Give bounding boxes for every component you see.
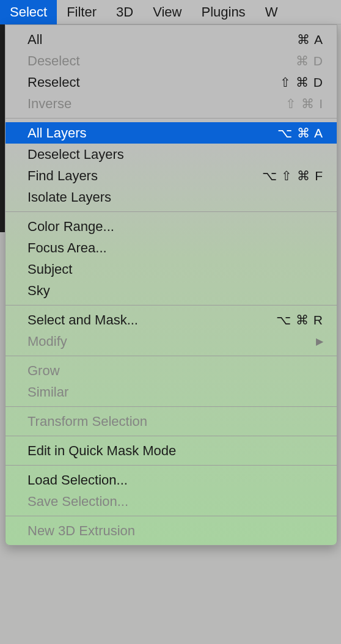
menu-separator <box>6 465 337 466</box>
menu-label: Color Range... <box>28 219 114 235</box>
menubar-item-filter[interactable]: Filter <box>57 0 106 24</box>
menubar: Select Filter 3D View Plugins W <box>0 0 341 24</box>
menubar-label: View <box>153 4 182 20</box>
menu-item-quick-mask[interactable]: Edit in Quick Mask Mode <box>6 440 337 461</box>
menubar-label: Plugins <box>201 4 245 20</box>
menubar-label: Filter <box>67 4 97 20</box>
menu-separator <box>6 406 337 407</box>
menu-item-select-and-mask[interactable]: Select and Mask... ⌥ ⌘ R <box>6 309 337 331</box>
menubar-label: 3D <box>116 4 133 20</box>
menu-shortcut: ⇧ ⌘ I <box>250 97 323 111</box>
menu-label: Deselect <box>28 53 80 69</box>
menubar-item-cut[interactable]: W <box>255 0 278 24</box>
menubar-label: W <box>265 4 278 20</box>
menu-item-subject[interactable]: Subject <box>6 258 337 280</box>
menu-label: Reselect <box>28 75 80 90</box>
menu-separator <box>6 305 337 306</box>
menu-item-load-selection[interactable]: Load Selection... <box>6 469 337 491</box>
menu-label: Save Selection... <box>28 494 128 510</box>
menu-label: Load Selection... <box>28 472 128 488</box>
menu-label: Modify <box>28 334 67 349</box>
menu-label: Focus Area... <box>28 240 107 256</box>
menu-label: Inverse <box>28 96 72 112</box>
menu-shortcut: ⌘ D <box>250 54 323 68</box>
menu-label: Sky <box>28 283 50 299</box>
menu-item-new-3d-extrusion: New 3D Extrusion <box>6 520 337 541</box>
menu-item-reselect[interactable]: Reselect ⇧ ⌘ D <box>6 71 337 93</box>
menu-shortcut: ⇧ ⌘ D <box>250 75 323 90</box>
menu-label: Edit in Quick Mask Mode <box>28 443 176 459</box>
submenu-arrow-icon: ▶ <box>316 335 323 347</box>
menu-item-similar: Similar <box>6 381 337 403</box>
menu-shortcut: ⌘ A <box>250 32 323 47</box>
menu-label: Find Layers <box>28 168 98 184</box>
menu-label: Isolate Layers <box>28 189 111 205</box>
menu-item-inverse: Inverse ⇧ ⌘ I <box>6 93 337 114</box>
menu-item-color-range[interactable]: Color Range... <box>6 216 337 237</box>
left-edge-decoration <box>0 24 5 232</box>
menu-item-transform-selection: Transform Selection <box>6 411 337 432</box>
menu-item-grow: Grow <box>6 360 337 381</box>
menu-label: Transform Selection <box>28 414 147 430</box>
menu-item-isolate-layers[interactable]: Isolate Layers <box>6 186 337 208</box>
menu-shortcut: ⌥ ⌘ A <box>250 126 323 141</box>
menu-label: New 3D Extrusion <box>28 523 135 539</box>
menubar-item-select[interactable]: Select <box>0 0 57 24</box>
menu-label: Subject <box>28 262 72 277</box>
menu-shortcut: ⌥ ⇧ ⌘ F <box>250 169 323 183</box>
menu-item-all[interactable]: All ⌘ A <box>6 29 337 50</box>
menu-item-deselect: Deselect ⌘ D <box>6 50 337 71</box>
menu-label: Similar <box>28 384 68 400</box>
menu-item-sky[interactable]: Sky <box>6 280 337 301</box>
menubar-item-plugins[interactable]: Plugins <box>191 0 255 24</box>
menu-label: Deselect Layers <box>28 147 124 163</box>
menu-shortcut: ⌥ ⌘ R <box>250 313 323 327</box>
menubar-item-view[interactable]: View <box>143 0 191 24</box>
menu-item-modify: Modify ▶ <box>6 331 337 352</box>
menu-separator <box>6 436 337 436</box>
menu-item-focus-area[interactable]: Focus Area... <box>6 237 337 258</box>
menu-item-find-layers[interactable]: Find Layers ⌥ ⇧ ⌘ F <box>6 165 337 186</box>
menu-item-deselect-layers[interactable]: Deselect Layers <box>6 144 337 165</box>
menubar-label: Select <box>10 4 47 20</box>
menu-label: All <box>28 32 42 48</box>
menu-label: Grow <box>28 363 60 379</box>
menu-label: All Layers <box>28 125 87 141</box>
menu-item-save-selection: Save Selection... <box>6 491 337 512</box>
menubar-item-3d[interactable]: 3D <box>106 0 143 24</box>
menu-item-all-layers[interactable]: All Layers ⌥ ⌘ A <box>6 122 337 144</box>
menu-separator <box>6 356 337 356</box>
menu-separator <box>6 118 337 119</box>
select-dropdown: All ⌘ A Deselect ⌘ D Reselect ⇧ ⌘ D Inve… <box>5 24 337 546</box>
menu-separator <box>6 211 337 212</box>
menu-label: Select and Mask... <box>28 312 138 328</box>
menu-separator <box>6 516 337 516</box>
